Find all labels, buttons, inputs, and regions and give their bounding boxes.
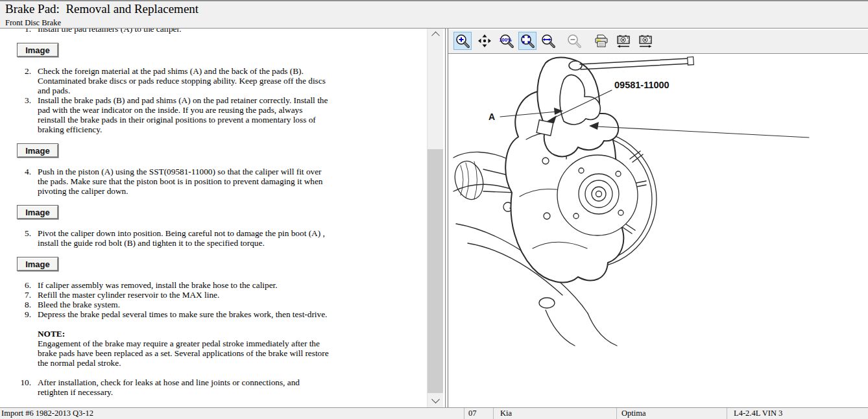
image-button[interactable]: Image bbox=[17, 205, 58, 219]
zoom-width-button[interactable] bbox=[539, 32, 557, 50]
image-button[interactable]: Image bbox=[17, 143, 58, 158]
image-button[interactable]: Image bbox=[17, 43, 58, 57]
pan-button[interactable] bbox=[476, 32, 494, 50]
step-text: Check the foreign material at the pad sh… bbox=[38, 66, 331, 95]
step-text: Refill the master cylinder reservoir to … bbox=[38, 290, 331, 300]
zoom-fit-icon bbox=[520, 33, 535, 49]
print-icon bbox=[594, 33, 609, 49]
brake-assembly-diagram: 09581-11000 A bbox=[448, 54, 867, 409]
zoom-width-icon bbox=[540, 33, 556, 49]
page-subtitle: Front Disc Brake bbox=[5, 18, 61, 28]
step-number: 4. bbox=[0, 167, 31, 196]
image-panel: 100% bbox=[448, 29, 868, 408]
instruction-step: 4.Push in the piston (A) using the SST(0… bbox=[0, 167, 423, 196]
step-number: 6. bbox=[0, 280, 31, 290]
instruction-step: 1.Install the pad retainers (A) to the c… bbox=[0, 29, 423, 34]
zoom-in-button[interactable] bbox=[453, 32, 472, 50]
zoom-100-icon: 100% bbox=[499, 33, 514, 49]
main-area: 1.Install the pad retainers (A) to the c… bbox=[0, 29, 868, 408]
step-text: Pivot the caliper down into position. Be… bbox=[38, 228, 331, 248]
instruction-step: 9.Depress the brake pedal several times … bbox=[0, 309, 423, 319]
chevron-up-icon bbox=[431, 31, 440, 40]
status-field: 07 bbox=[468, 409, 477, 418]
instruction-step: 5.Pivot the caliper down into position. … bbox=[0, 228, 423, 248]
chevron-down-icon bbox=[431, 395, 440, 403]
note-text: Engagement of the brake may require a gr… bbox=[38, 339, 331, 368]
diagram-label-a: A bbox=[488, 112, 495, 122]
status-separator bbox=[727, 408, 727, 419]
status-field: Optima bbox=[621, 409, 646, 418]
status-separator bbox=[616, 408, 617, 419]
zoom-out-icon bbox=[566, 33, 582, 49]
instruction-step: 7.Refill the master cylinder reservoir t… bbox=[0, 290, 423, 300]
step-number: 1. bbox=[0, 29, 31, 34]
status-bar: Import #6 1982-2013 Q3-1207KiaOptimaL4-2… bbox=[0, 407, 868, 419]
step-text: Depress the brake pedal several times to… bbox=[38, 309, 331, 319]
status-field: Kia bbox=[500, 409, 512, 418]
status-field: L4-2.4L VIN 3 bbox=[734, 409, 782, 418]
prev-image-icon bbox=[616, 33, 631, 49]
step-text: Install the brake pads (B) and pad shims… bbox=[38, 95, 331, 134]
instruction-list: 1.Install the pad retainers (A) to the c… bbox=[0, 29, 423, 397]
status-separator bbox=[464, 408, 464, 419]
instruction-step: 3.Install the brake pads (B) and pad shi… bbox=[0, 95, 423, 134]
step-number: 2. bbox=[0, 66, 31, 95]
instruction-step: 6.If caliper assembly was removed, insta… bbox=[0, 280, 423, 290]
step-text: If caliper assembly was removed, install… bbox=[38, 280, 331, 290]
image-canvas: 09581-11000 A bbox=[448, 54, 868, 408]
instruction-step: 2.Check the foreign material at the pad … bbox=[0, 66, 423, 95]
page-header: Brake Pad: Removal and Replacement Front… bbox=[0, 0, 868, 29]
print-button[interactable] bbox=[592, 32, 610, 50]
step-number: 10. bbox=[0, 377, 31, 397]
svg-text:100%: 100% bbox=[499, 37, 512, 43]
next-image-button[interactable] bbox=[636, 32, 655, 50]
zoom-in-icon bbox=[455, 33, 470, 49]
prev-image-button[interactable] bbox=[614, 32, 633, 50]
note-block: NOTE:Engagement of the brake may require… bbox=[38, 329, 331, 368]
step-text: Install the pad retainers (A) to the cal… bbox=[38, 29, 331, 34]
step-text: After installation, check for leaks at h… bbox=[38, 377, 331, 397]
instruction-step: 8.Bleed the brake system. bbox=[0, 300, 423, 309]
step-text: Push in the piston (A) using the SST(095… bbox=[38, 167, 331, 196]
diagram-label-sst: 09581-11000 bbox=[614, 80, 669, 90]
next-image-icon bbox=[638, 33, 653, 49]
step-number: 9. bbox=[0, 309, 31, 319]
status-field: Import #6 1982-2013 Q3-12 bbox=[1, 409, 93, 418]
step-number: 5. bbox=[0, 228, 31, 248]
pan-icon bbox=[477, 33, 492, 49]
step-number: 3. bbox=[0, 95, 31, 134]
instruction-step: 10.After installation, check for leaks a… bbox=[0, 377, 423, 397]
procedure-panel: 1.Install the pad retainers (A) to the c… bbox=[0, 29, 446, 408]
zoom-100-button[interactable]: 100% bbox=[498, 32, 516, 50]
page-title: Brake Pad: Removal and Replacement bbox=[5, 2, 199, 16]
step-text: Bleed the brake system. bbox=[38, 300, 331, 309]
image-button[interactable]: Image bbox=[17, 257, 58, 271]
status-separator bbox=[493, 408, 494, 419]
zoom-fit-button[interactable] bbox=[518, 32, 536, 50]
scroll-up-button[interactable] bbox=[428, 29, 443, 40]
step-number: 8. bbox=[0, 300, 31, 309]
vertical-scrollbar[interactable] bbox=[427, 29, 443, 408]
note-label: NOTE: bbox=[38, 329, 331, 339]
image-toolbar: 100% bbox=[448, 30, 868, 54]
zoom-out-button[interactable] bbox=[565, 32, 583, 50]
app: { "header": { "title": "Brake Pad: Remov… bbox=[0, 0, 868, 419]
scroll-down-button[interactable] bbox=[428, 394, 443, 408]
scrollbar-thumb[interactable] bbox=[428, 149, 443, 393]
step-number: 7. bbox=[0, 290, 31, 300]
